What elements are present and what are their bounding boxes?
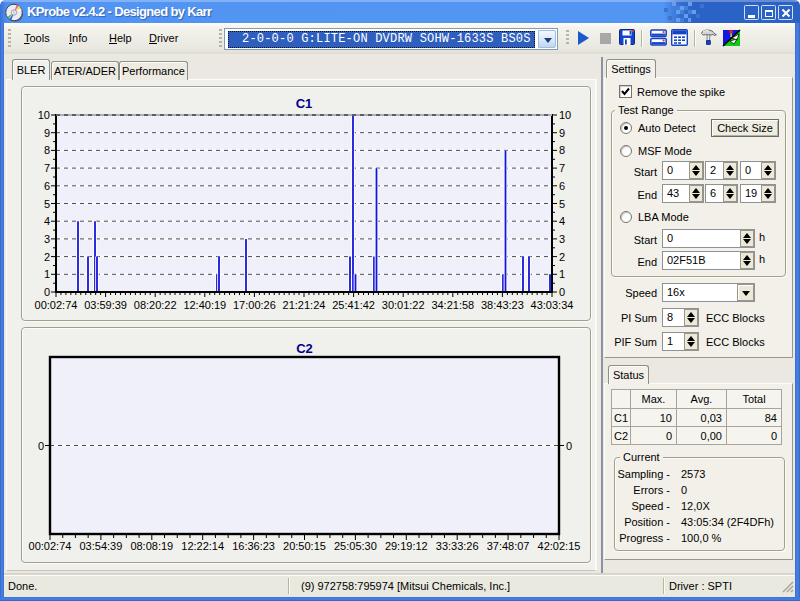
svg-text:7: 7 xyxy=(559,162,565,174)
svg-text:08:20:22: 08:20:22 xyxy=(134,299,177,311)
svg-text:03:54:39: 03:54:39 xyxy=(79,540,122,552)
svg-text:12:40:19: 12:40:19 xyxy=(183,299,226,311)
svg-text:0: 0 xyxy=(566,440,572,452)
svg-text:5: 5 xyxy=(44,198,50,210)
svg-text:20:50:15: 20:50:15 xyxy=(283,540,326,552)
svg-text:4: 4 xyxy=(559,215,565,227)
svg-text:6: 6 xyxy=(44,180,50,192)
svg-text:16:36:23: 16:36:23 xyxy=(232,540,275,552)
svg-text:10: 10 xyxy=(38,109,50,121)
svg-text:8: 8 xyxy=(559,144,565,156)
svg-text:10: 10 xyxy=(559,109,571,121)
svg-text:38:43:23: 38:43:23 xyxy=(481,299,524,311)
svg-text:6: 6 xyxy=(559,180,565,192)
svg-text:2: 2 xyxy=(559,251,565,263)
svg-text:30:01:22: 30:01:22 xyxy=(382,299,425,311)
svg-text:17:00:26: 17:00:26 xyxy=(233,299,276,311)
svg-text:1: 1 xyxy=(44,268,50,280)
svg-text:0: 0 xyxy=(559,286,565,298)
svg-text:C1: C1 xyxy=(296,96,313,111)
svg-text:33:33:26: 33:33:26 xyxy=(436,540,479,552)
svg-text:00:02:74: 00:02:74 xyxy=(35,299,78,311)
svg-text:C2: C2 xyxy=(296,341,313,356)
svg-text:12:22:14: 12:22:14 xyxy=(181,540,224,552)
svg-text:2: 2 xyxy=(44,251,50,263)
svg-text:4: 4 xyxy=(44,215,50,227)
svg-text:42:02:15: 42:02:15 xyxy=(538,540,581,552)
svg-text:37:48:07: 37:48:07 xyxy=(487,540,530,552)
svg-text:25:05:30: 25:05:30 xyxy=(334,540,377,552)
svg-text:43:03:34: 43:03:34 xyxy=(531,299,574,311)
svg-text:03:59:39: 03:59:39 xyxy=(84,299,127,311)
svg-text:00:02:74: 00:02:74 xyxy=(29,540,72,552)
svg-text:21:21:24: 21:21:24 xyxy=(283,299,326,311)
svg-text:29:19:12: 29:19:12 xyxy=(385,540,428,552)
svg-text:9: 9 xyxy=(44,127,50,139)
svg-text:08:08:19: 08:08:19 xyxy=(130,540,173,552)
svg-text:1: 1 xyxy=(559,268,565,280)
svg-text:34:21:58: 34:21:58 xyxy=(431,299,474,311)
svg-text:25:41:42: 25:41:42 xyxy=(332,299,375,311)
svg-text:0: 0 xyxy=(38,440,44,452)
svg-text:7: 7 xyxy=(44,162,50,174)
svg-text:0: 0 xyxy=(44,286,50,298)
svg-text:8: 8 xyxy=(44,144,50,156)
svg-text:5: 5 xyxy=(559,198,565,210)
svg-text:9: 9 xyxy=(559,127,565,139)
svg-text:3: 3 xyxy=(44,233,50,245)
svg-text:3: 3 xyxy=(559,233,565,245)
